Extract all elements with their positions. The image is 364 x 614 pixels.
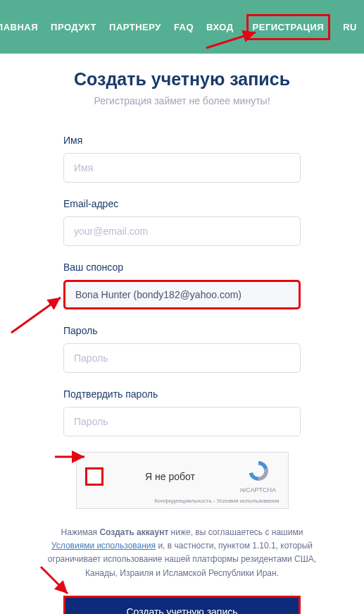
password-label: Пароль [63, 325, 301, 336]
confirm-input[interactable] [63, 407, 301, 436]
nav-partner[interactable]: ПАРТНЕРУ [109, 22, 161, 32]
sponsor-label: Ваш спонсор [63, 262, 301, 273]
field-confirm: Подтвердить пароль [63, 388, 301, 436]
nav-home[interactable]: ГЛАВНАЯ [0, 22, 38, 32]
content: Создать учетную запись Регистрация займе… [0, 54, 364, 614]
field-password: Пароль [63, 325, 301, 373]
recaptcha-footer: Конфиденциальность - Условия использован… [85, 498, 280, 504]
recaptcha-icon [247, 460, 270, 485]
recaptcha-checkbox[interactable] [85, 467, 103, 486]
recaptcha-widget: Я не робот reCAPTCHA Конфиденциальность … [76, 452, 289, 509]
password-input[interactable] [63, 343, 301, 373]
email-label: Email-адрес [63, 198, 301, 209]
nav-product[interactable]: ПРОДУКТ [51, 22, 96, 32]
field-name: Имя [63, 135, 301, 183]
submit-button[interactable]: Создать учетную запись [63, 596, 301, 614]
terms-link[interactable]: Условиями использования [51, 541, 156, 551]
recaptcha-brand: reCAPTCHA [240, 486, 276, 493]
page-subtitle: Регистрация займет не более минуты! [18, 95, 346, 106]
field-email: Email-адрес [63, 198, 301, 246]
nav-register[interactable]: РЕГИСТРАЦИЯ [246, 14, 331, 40]
field-sponsor: Ваш спонсор [63, 262, 301, 309]
register-form: Имя Email-адрес Ваш спонсор Пароль Подтв… [18, 135, 346, 436]
name-label: Имя [63, 135, 301, 146]
recaptcha-badge: reCAPTCHA [237, 460, 280, 493]
nav-faq[interactable]: FAQ [174, 22, 194, 32]
sponsor-input[interactable] [63, 280, 301, 309]
page-title: Создать учетную запись [18, 69, 346, 90]
confirm-label: Подтвердить пароль [63, 388, 301, 400]
terms-text: Нажимая Создать аккаунт ниже, вы соглаша… [18, 526, 346, 580]
recaptcha-label: Я не робот [112, 471, 229, 482]
name-input[interactable] [63, 153, 301, 183]
email-input[interactable] [63, 216, 301, 246]
nav-lang[interactable]: RU [343, 22, 357, 32]
nav-login[interactable]: ВХОД [206, 22, 233, 32]
navbar: ГЛАВНАЯ ПРОДУКТ ПАРТНЕРУ FAQ ВХОД РЕГИСТ… [0, 0, 364, 54]
